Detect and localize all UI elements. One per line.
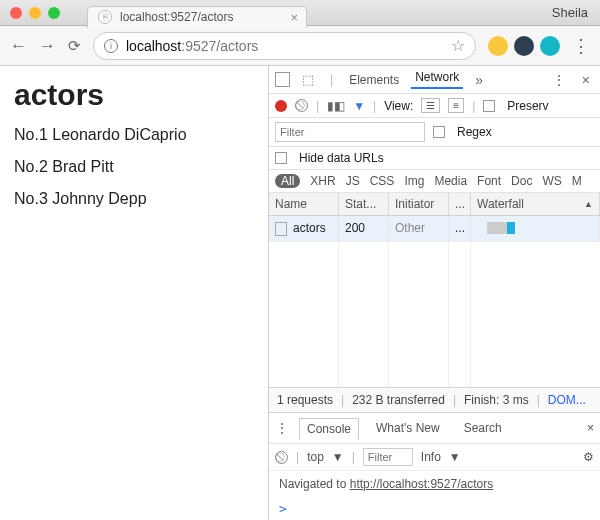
filter-pill-media[interactable]: Media (434, 174, 467, 188)
url-path: :9527/actors (181, 38, 258, 54)
network-table-empty (269, 242, 600, 387)
dropdown-caret-icon[interactable]: ▼ (449, 450, 461, 464)
actor-item: No.1 Leonardo DiCaprio (14, 126, 254, 144)
status-dom: DOM... (548, 393, 586, 407)
console-prompt[interactable]: > (269, 497, 600, 520)
col-header-initiator[interactable]: Initiator (389, 193, 449, 215)
status-requests: 1 requests (277, 393, 333, 407)
console-message-link[interactable]: http://localhost:9527/actors (350, 477, 493, 491)
filter-pill-css[interactable]: CSS (370, 174, 395, 188)
extension-icon-2[interactable] (514, 36, 534, 56)
preserve-log-checkbox[interactable] (483, 100, 495, 112)
view-list-icon[interactable]: ☰ (421, 98, 440, 113)
filter-pill-img[interactable]: Img (404, 174, 424, 188)
hide-data-urls-label: Hide data URLs (299, 151, 384, 165)
console-clear-icon[interactable]: ⃠ (275, 451, 288, 464)
filter-toggle-icon[interactable]: ▼ (353, 99, 365, 113)
filter-pill-xhr[interactable]: XHR (310, 174, 335, 188)
window-minimize-traffic[interactable] (29, 7, 41, 19)
console-message: Navigated to http://localhost:9527/actor… (269, 471, 600, 497)
screenshot-icon[interactable]: ▮◧ (327, 99, 345, 113)
extension-icon-3[interactable] (540, 36, 560, 56)
drawer-tab-console[interactable]: Console (299, 418, 359, 440)
filter-pill-font[interactable]: Font (477, 174, 501, 188)
console-context[interactable]: top (307, 450, 324, 464)
document-icon (275, 222, 287, 236)
drawer-tab-search[interactable]: Search (457, 418, 509, 438)
drawer-close-icon[interactable]: × (587, 421, 594, 435)
actor-item: No.3 Johnny Depp (14, 190, 254, 208)
record-icon[interactable] (275, 100, 287, 112)
col-header-more[interactable]: ... (449, 193, 471, 215)
device-toggle-icon[interactable]: ⬚ (298, 72, 318, 87)
console-level[interactable]: Info (421, 450, 441, 464)
col-header-status[interactable]: Stat... (339, 193, 389, 215)
dropdown-caret-icon[interactable]: ▼ (332, 450, 344, 464)
filter-pill-doc[interactable]: Doc (511, 174, 532, 188)
bookmark-star-icon[interactable]: ☆ (451, 36, 465, 55)
drawer-tab-whatsnew[interactable]: What's New (369, 418, 447, 438)
col-header-waterfall[interactable]: Waterfall▲ (471, 193, 600, 215)
request-initiator: Other (389, 216, 449, 241)
preserve-log-label: Preserv (507, 99, 548, 113)
address-bar[interactable]: i localhost:9527/actors ☆ (93, 32, 476, 60)
forward-button[interactable]: → (39, 36, 56, 56)
window-close-traffic[interactable] (10, 7, 22, 19)
view-detail-icon[interactable]: ≡ (448, 98, 464, 113)
regex-label: Regex (457, 125, 492, 139)
page-content: actors No.1 Leonardo DiCaprio No.2 Brad … (0, 66, 268, 520)
status-finish: Finish: 3 ms (464, 393, 529, 407)
panel-tab-elements[interactable]: Elements (345, 73, 403, 87)
back-button[interactable]: ← (10, 36, 27, 56)
status-transferred: 232 B transferred (352, 393, 445, 407)
clear-icon[interactable]: ⃠ (295, 99, 308, 112)
console-message-text: Navigated to (279, 477, 350, 491)
request-name: actors (293, 221, 326, 235)
devtools-panel: ⬚ | Elements Network » ⋮ × ⃠ | ▮◧ ▼ | Vi… (268, 66, 600, 520)
request-status: 200 (339, 216, 389, 241)
tab-title: localhost:9527/actors (120, 10, 233, 24)
profile-name[interactable]: Sheila (552, 5, 588, 20)
regex-checkbox[interactable] (433, 126, 445, 138)
actor-item: No.2 Brad Pitt (14, 158, 254, 176)
network-request-row[interactable]: actors 200 Other ... (269, 216, 600, 242)
view-label: View: (384, 99, 413, 113)
site-info-icon[interactable]: i (104, 39, 118, 53)
filter-pill-js[interactable]: JS (346, 174, 360, 188)
devtools-menu-icon[interactable]: ⋮ (548, 72, 570, 88)
request-more: ... (449, 216, 471, 241)
network-status-bar: 1 requests| 232 B transferred| Finish: 3… (269, 387, 600, 413)
console-filter-input[interactable] (363, 448, 413, 466)
panel-tab-more[interactable]: » (471, 72, 487, 88)
drawer-menu-icon[interactable]: ⋮ (275, 420, 289, 436)
sort-indicator-icon: ▲ (584, 199, 593, 209)
console-settings-icon[interactable]: ⚙ (583, 450, 594, 464)
window-zoom-traffic[interactable] (48, 7, 60, 19)
devtools-close-icon[interactable]: × (578, 72, 594, 88)
panel-tab-network[interactable]: Network (411, 70, 463, 89)
reload-button[interactable]: ⟳ (68, 37, 81, 55)
filter-pill-ws[interactable]: WS (542, 174, 561, 188)
browser-menu-icon[interactable]: ⋮ (572, 35, 590, 57)
tab-close-icon[interactable]: × (290, 10, 298, 25)
inspect-element-icon[interactable] (275, 72, 290, 87)
url-host: localhost (126, 38, 181, 54)
filter-pill-all[interactable]: All (275, 174, 300, 188)
filter-pill-manifest[interactable]: M (572, 174, 582, 188)
network-filter-input[interactable] (275, 122, 425, 142)
col-header-name[interactable]: Name (269, 193, 339, 215)
extension-icon-1[interactable] (488, 36, 508, 56)
waterfall-bar (487, 222, 515, 234)
hide-data-urls-checkbox[interactable] (275, 152, 287, 164)
page-heading: actors (14, 78, 254, 112)
tab-favicon: ⎘ (98, 10, 112, 24)
browser-tab[interactable]: ⎘ localhost:9527/actors × (87, 6, 307, 28)
